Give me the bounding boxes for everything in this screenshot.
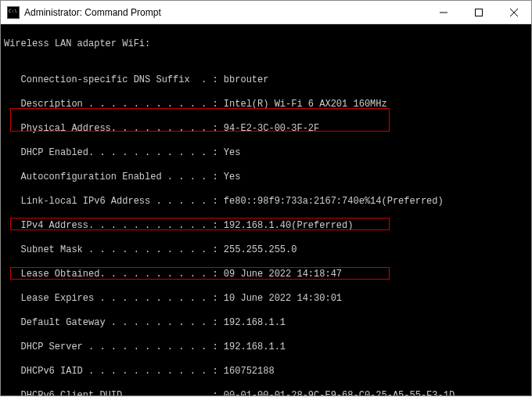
output-line: IPv4 Address. . . . . . . . . . . : 192.… [4, 220, 528, 233]
output-line: Description . . . . . . . . . . . : Inte… [4, 99, 528, 111]
output-line: Link-local IPv6 Address . . . . . : fe80… [4, 196, 528, 208]
output-line: Autoconfiguration Enabled . . . . : Yes [4, 172, 528, 184]
output-line: Lease Obtained. . . . . . . . . . : 09 J… [4, 269, 528, 281]
output-line: DHCPv6 Client DUID. . . . . . . . : 00-0… [4, 390, 528, 396]
svg-rect-1 [475, 9, 482, 16]
output-line: Lease Expires . . . . . . . . . . : 10 J… [4, 293, 528, 305]
maximize-button[interactable] [461, 1, 496, 24]
output-line: DHCP Enabled. . . . . . . . . . . : Yes [4, 147, 528, 160]
terminal-output[interactable]: Wireless LAN adapter WiFi: Connection-sp… [1, 24, 531, 396]
cmd-icon [7, 6, 20, 19]
close-button[interactable] [496, 1, 531, 24]
output-line: Subnet Mask . . . . . . . . . . . : 255.… [4, 244, 528, 257]
output-line: Physical Address. . . . . . . . . : 94-E… [4, 123, 528, 135]
minimize-button[interactable] [426, 1, 461, 24]
output-line: DHCPv6 IAID . . . . . . . . . . . : 1607… [4, 366, 528, 378]
command-prompt-window: Administrator: Command Prompt Wireless L… [0, 0, 532, 396]
output-line: Connection-specific DNS Suffix . : bbrou… [4, 74, 528, 87]
output-line: Wireless LAN adapter WiFi: [4, 38, 528, 51]
output-line: Default Gateway . . . . . . . . . : 192.… [4, 317, 528, 330]
titlebar[interactable]: Administrator: Command Prompt [1, 1, 531, 24]
window-title: Administrator: Command Prompt [24, 7, 426, 18]
output-line: DHCP Server . . . . . . . . . . . : 192.… [4, 341, 528, 354]
